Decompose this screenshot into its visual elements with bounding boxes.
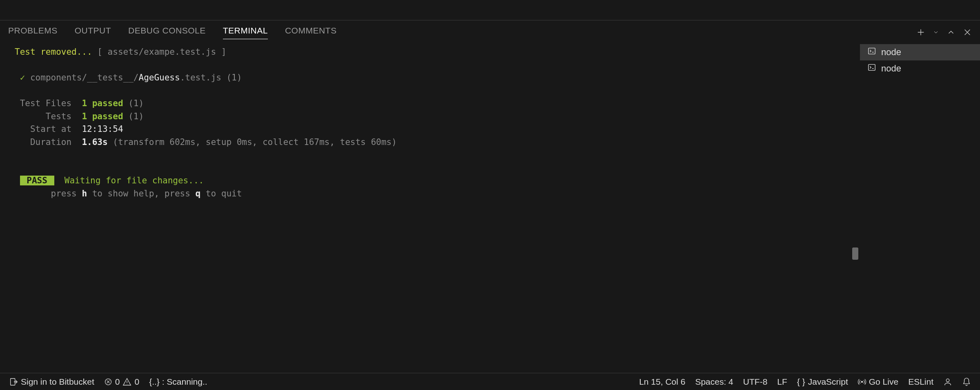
tab-comments[interactable]: COMMENTS: [285, 26, 337, 39]
summary-duration-detail: (transform 602ms, setup 0ms, collect 167…: [108, 137, 397, 147]
terminal-list: node node: [860, 44, 980, 373]
svg-rect-1: [869, 65, 875, 71]
go-live-button[interactable]: Go Live: [853, 373, 903, 390]
svg-point-4: [861, 381, 862, 382]
check-icon: ✓: [20, 73, 25, 82]
eslint-indicator[interactable]: ESLint: [903, 373, 938, 390]
terminal-instance-label: node: [881, 63, 901, 74]
summary-testfiles-label: Test Files: [15, 98, 82, 108]
statusbar: Sign in to Bitbucket 0 0 {..} : Scanning…: [0, 373, 980, 390]
tab-output[interactable]: OUTPUT: [75, 26, 111, 39]
test-file-suffix: .test.js (1): [180, 73, 242, 82]
waiting-label: Waiting for file changes...: [65, 176, 204, 185]
terminal-instance-1[interactable]: node: [860, 44, 980, 60]
svg-point-5: [946, 379, 949, 381]
scrollbar-thumb[interactable]: [852, 247, 858, 260]
feedback-button[interactable]: [938, 373, 957, 390]
statusbar-right: Ln 15, Col 6 Spaces: 4 UTF-8 LF { } Java…: [634, 373, 976, 390]
summary-tests-count: (1): [123, 111, 144, 121]
help-key-h: h: [82, 189, 87, 198]
scanning-indicator[interactable]: {..} : Scanning..: [144, 373, 212, 390]
tab-terminal[interactable]: TERMINAL: [223, 26, 268, 39]
summary-start-label: Start at: [15, 124, 82, 134]
test-removed-label: Test removed...: [15, 47, 92, 57]
warning-count: 0: [134, 377, 139, 387]
summary-duration-label: Duration: [15, 137, 82, 147]
panel-body: Test removed... [ assets/exampe.test.js …: [0, 44, 980, 373]
bottom-panel: PROBLEMS OUTPUT DEBUG CONSOLE TERMINAL C…: [0, 20, 980, 373]
chevron-down-icon[interactable]: [933, 29, 939, 36]
terminal-icon: [867, 47, 876, 58]
eol-indicator[interactable]: LF: [772, 373, 792, 390]
pass-badge: PASS: [20, 176, 54, 185]
summary-tests-value: 1 passed: [82, 111, 123, 121]
svg-rect-0: [869, 48, 875, 54]
terminal-output[interactable]: Test removed... [ assets/exampe.test.js …: [0, 44, 860, 373]
language-indicator[interactable]: { } JavaScript: [792, 373, 853, 390]
scanning-label: {..} : Scanning..: [149, 377, 207, 387]
new-terminal-icon[interactable]: [916, 28, 925, 37]
tab-debug-console[interactable]: DEBUG CONSOLE: [128, 26, 206, 39]
help-key-q: q: [196, 189, 201, 198]
cursor-position[interactable]: Ln 15, Col 6: [634, 373, 690, 390]
chevron-up-icon[interactable]: [947, 28, 956, 37]
warning-icon: [122, 377, 131, 386]
bell-icon: [962, 377, 971, 386]
titlebar: [0, 0, 980, 20]
notifications-button[interactable]: [957, 373, 976, 390]
person-icon: [943, 377, 952, 386]
language-label: JavaScript: [808, 377, 848, 387]
tab-problems[interactable]: PROBLEMS: [8, 26, 58, 39]
indentation-indicator[interactable]: Spaces: 4: [690, 373, 738, 390]
terminal-icon: [867, 63, 876, 74]
help-text-3: to quit: [200, 189, 242, 198]
summary-testfiles-count: (1): [123, 98, 144, 108]
error-count: 0: [115, 377, 120, 387]
close-icon[interactable]: [963, 28, 972, 37]
summary-start-value: 12:13:54: [82, 124, 123, 134]
test-file-prefix: components/__tests__/: [30, 73, 139, 82]
panel-tabbar: PROBLEMS OUTPUT DEBUG CONSOLE TERMINAL C…: [0, 20, 980, 44]
panel-actions: [916, 28, 972, 37]
removed-path: [ assets/exampe.test.js ]: [97, 47, 226, 57]
signin-bitbucket-button[interactable]: Sign in to Bitbucket: [4, 373, 99, 390]
signin-label: Sign in to Bitbucket: [21, 377, 94, 387]
help-text-1: press: [15, 189, 82, 198]
summary-tests-label: Tests: [15, 111, 82, 121]
problems-indicator[interactable]: 0 0: [99, 373, 144, 390]
braces-icon: { }: [797, 377, 805, 387]
broadcast-icon: [858, 378, 866, 386]
summary-duration-value: 1.63s: [82, 137, 107, 147]
encoding-indicator[interactable]: UTF-8: [738, 373, 773, 390]
go-live-label: Go Live: [869, 377, 898, 387]
test-file-name: AgeGuess: [138, 73, 180, 82]
error-icon: [104, 378, 112, 386]
summary-testfiles-value: 1 passed: [82, 98, 123, 108]
help-text-2: to show help, press: [87, 189, 196, 198]
terminal-instance-label: node: [881, 47, 901, 58]
terminal-instance-2[interactable]: node: [860, 60, 980, 77]
